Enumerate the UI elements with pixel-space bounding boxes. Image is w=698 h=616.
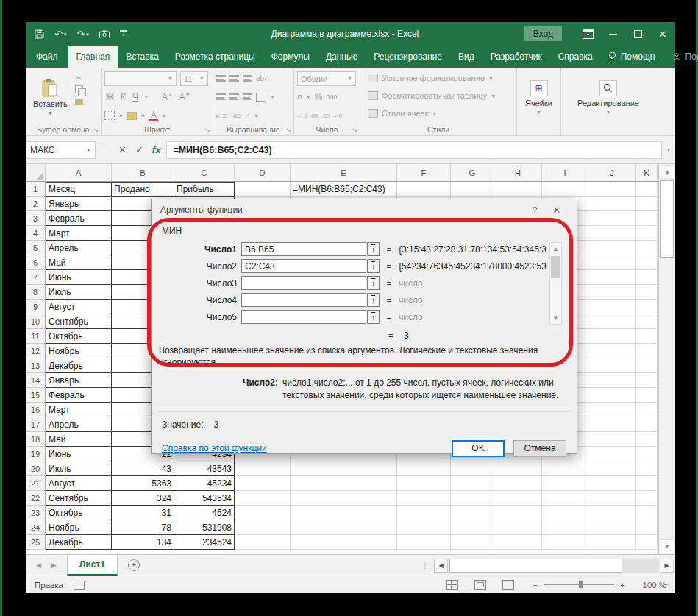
cell-J3[interactable] — [588, 211, 636, 226]
cell-K22[interactable] — [636, 491, 658, 506]
row-header-7[interactable]: 7 — [26, 270, 46, 285]
row-header-3[interactable]: 3 — [26, 211, 46, 226]
cell-G24[interactable] — [451, 520, 494, 535]
cell-I24[interactable] — [542, 520, 588, 535]
cell-I20[interactable] — [542, 461, 588, 476]
next-sheet-icon[interactable] — [51, 562, 57, 569]
customize-qat-icon[interactable]: ▾ — [120, 30, 127, 38]
row-header-18[interactable]: 18 — [26, 432, 46, 447]
cell-D1[interactable] — [235, 182, 291, 197]
cell-K21[interactable] — [636, 476, 658, 491]
cell-H1[interactable] — [494, 182, 542, 197]
cell-K12[interactable] — [636, 344, 658, 358]
cell-J24[interactable] — [588, 520, 636, 535]
row-header-24[interactable]: 24 — [26, 520, 46, 535]
cell-A23[interactable]: Октябрь — [46, 506, 112, 520]
cell-J14[interactable] — [588, 373, 636, 388]
cell-K10[interactable] — [636, 314, 658, 329]
formula-input[interactable]: =МИН(B6:B65;C2:C43) — [166, 141, 662, 159]
scroll-down-icon[interactable] — [660, 539, 674, 553]
cell-D22[interactable] — [235, 491, 291, 506]
cell-K8[interactable] — [636, 285, 658, 300]
column-header-H[interactable]: H — [494, 164, 542, 181]
format-as-table-button[interactable]: Форматировать как таблицу — [368, 88, 513, 103]
decrease-decimal-icon[interactable]: ,00 →,0 — [321, 113, 342, 119]
column-header-E[interactable]: E — [291, 164, 397, 181]
font-dialog-launcher-icon[interactable]: ↘ — [204, 127, 210, 134]
font-name-combo[interactable] — [104, 71, 177, 86]
cell-A4[interactable]: Март — [46, 226, 112, 241]
row-header-20[interactable]: 20 — [26, 461, 46, 476]
cell-K2[interactable] — [636, 197, 658, 211]
cell-K24[interactable] — [636, 520, 658, 535]
tab-view[interactable]: Вид — [450, 46, 482, 68]
prev-sheet-icon[interactable] — [36, 562, 41, 569]
bold-button[interactable]: Ж — [104, 92, 115, 102]
add-sheet-button[interactable]: + — [118, 555, 150, 576]
tab-insert[interactable]: Вставка — [118, 46, 167, 68]
dialog-close-icon[interactable]: ✕ — [546, 205, 568, 216]
cell-I25[interactable] — [542, 535, 588, 550]
cell-A25[interactable]: Декабрь — [46, 535, 112, 550]
row-header-6[interactable]: 6 — [26, 255, 46, 270]
row-header-19[interactable]: 19 — [26, 447, 46, 461]
cell-A15[interactable]: Февраль — [46, 388, 112, 403]
vertical-scroll-thumb[interactable] — [660, 180, 674, 258]
editing-button[interactable]: Редактирование — [570, 80, 647, 115]
cell-E25[interactable] — [291, 535, 397, 550]
cell-I23[interactable] — [542, 506, 588, 520]
italic-button[interactable]: К — [119, 92, 127, 102]
row-header-2[interactable]: 2 — [26, 197, 46, 211]
cell-J15[interactable] — [588, 388, 636, 403]
cell-F21[interactable] — [397, 476, 451, 491]
cell-K4[interactable] — [636, 226, 658, 241]
column-header-G[interactable]: G — [451, 164, 494, 181]
align-right-icon[interactable] — [243, 93, 252, 100]
cell-J22[interactable] — [588, 491, 636, 506]
cell-E20[interactable] — [291, 461, 397, 476]
cell-K5[interactable] — [636, 241, 658, 255]
cell-J17[interactable] — [588, 417, 636, 432]
cell-C20[interactable]: 43543 — [174, 461, 235, 476]
number-format-combo[interactable]: Общий — [297, 71, 356, 86]
cell-J5[interactable] — [588, 241, 636, 255]
cell-J8[interactable] — [588, 285, 636, 300]
decrease-indent-icon[interactable]: ⇤≡ — [216, 112, 227, 120]
cell-K14[interactable] — [636, 373, 658, 388]
insert-function-icon[interactable]: fx — [152, 144, 161, 155]
row-header-22[interactable]: 22 — [26, 491, 46, 506]
cell-B23[interactable]: 31 — [112, 506, 174, 520]
cell-F24[interactable] — [397, 520, 451, 535]
conditional-formatting-button[interactable]: Условное форматирование — [368, 71, 513, 85]
cell-D23[interactable] — [235, 506, 291, 520]
cell-I1[interactable] — [542, 182, 588, 197]
number-dialog-launcher-icon[interactable]: ↘ — [352, 127, 357, 134]
percent-style-icon[interactable]: % — [315, 92, 323, 102]
row-header-23[interactable]: 23 — [26, 506, 46, 520]
cell-H24[interactable] — [494, 520, 542, 535]
assistant-button[interactable]: Помощн — [601, 46, 663, 68]
row-header-25[interactable]: 25 — [26, 535, 46, 550]
argument-input-Число1[interactable]: B6:B65 — [241, 242, 366, 256]
cell-B20[interactable]: 43 — [112, 461, 174, 476]
cell-K20[interactable] — [636, 461, 658, 476]
cell-K23[interactable] — [636, 506, 658, 520]
name-box-dropdown-icon[interactable] — [86, 147, 91, 152]
cell-A9[interactable]: Август — [46, 300, 112, 314]
collapse-dialog-icon[interactable]: ↑ — [367, 293, 380, 307]
cell-A7[interactable]: Июнь — [46, 270, 112, 285]
cell-G23[interactable] — [451, 506, 494, 520]
cells-button[interactable]: ⊞ Ячейки — [518, 80, 560, 115]
row-header-15[interactable]: 15 — [26, 388, 46, 403]
minimize-button[interactable] — [600, 22, 625, 46]
font-color-icon[interactable]: А — [149, 110, 158, 121]
cell-C22[interactable]: 543534 — [174, 491, 235, 506]
row-header-13[interactable]: 13 — [26, 358, 46, 373]
cell-A22[interactable]: Сентябрь — [46, 491, 112, 506]
dialog-help-icon[interactable]: ? — [524, 205, 546, 216]
cancel-entry-icon[interactable]: ✕ — [118, 144, 127, 155]
cell-F25[interactable] — [397, 535, 451, 550]
scroll-right-icon[interactable] — [660, 559, 674, 573]
collapse-dialog-icon[interactable]: ↑ — [367, 276, 380, 290]
cell-J7[interactable] — [588, 270, 636, 285]
